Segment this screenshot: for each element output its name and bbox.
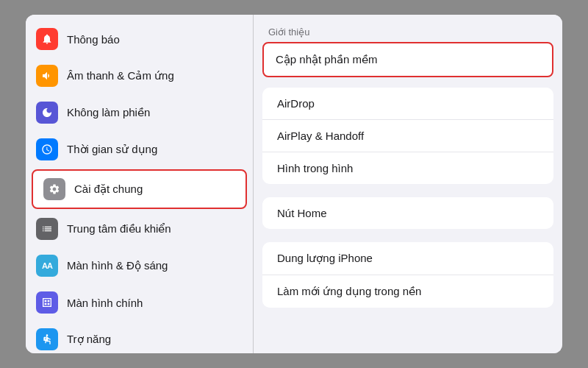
sidebar-item-cai-dat-chung[interactable]: Cài đặt chung <box>32 169 247 209</box>
right-panel: Giới thiệu Cập nhật phần mềm AirDrop Air… <box>254 15 562 353</box>
sidebar-item-tro-nang[interactable]: Trợ năng <box>26 321 253 353</box>
airdrop-item[interactable]: AirDrop <box>262 88 553 120</box>
airdrop-group: AirDrop AirPlay & Handoff Hình trong hìn… <box>262 88 553 184</box>
hinh-trong-hinh-item[interactable]: Hình trong hình <box>262 152 553 184</box>
trung-tam-icon <box>36 218 58 240</box>
sidebar-item-thoi-gian[interactable]: Thời gian sử dụng <box>26 131 253 168</box>
lam-moi-label: Làm mới ứng dụng trong nền <box>277 285 421 297</box>
tro-nang-label: Trợ năng <box>67 333 111 346</box>
cap-nhat-phan-mem-label: Cập nhật phần mềm <box>276 53 378 66</box>
man-hinh-chinh-label: Màn hình chính <box>67 297 143 309</box>
sidebar-item-am-thanh[interactable]: Âm thanh & Cảm ứng <box>26 57 253 94</box>
man-hinh-do-sang-icon: AA <box>36 255 58 277</box>
section-header-gioi-thieu: Giới thiệu <box>254 15 562 42</box>
am-thanh-label: Âm thanh & Cảm ứng <box>67 69 174 82</box>
man-hinh-chinh-icon <box>36 291 58 314</box>
cap-nhat-phan-mem[interactable]: Cập nhật phần mềm <box>262 42 553 77</box>
sidebar-item-man-hinh-do-sang[interactable]: AA Màn hình & Độ sáng <box>26 247 253 284</box>
dung-luong-group: Dung lượng iPhone Làm mới ứng dụng trong… <box>262 242 553 308</box>
trung-tam-label: Trung tâm điều khiển <box>67 222 171 236</box>
airdrop-label: AirDrop <box>277 97 315 110</box>
left-panel: Thông báo Âm thanh & Cảm ứng Không làm p… <box>26 15 254 353</box>
cai-dat-chung-icon <box>43 178 65 200</box>
man-hinh-do-sang-label: Màn hình & Độ sáng <box>67 259 168 272</box>
cai-dat-chung-label: Cài đặt chung <box>74 183 143 196</box>
thoi-gian-icon <box>36 138 58 160</box>
lam-moi-item[interactable]: Làm mới ứng dụng trong nền <box>262 275 553 308</box>
device-container: Thông báo Âm thanh & Cảm ứng Không làm p… <box>26 15 562 353</box>
sidebar-item-man-hinh-chinh[interactable]: Màn hình chính <box>26 284 253 321</box>
nut-home-group: Nút Home <box>262 197 553 229</box>
khong-lam-phien-label: Không làm phiền <box>67 106 150 119</box>
sidebar-item-trung-tam[interactable]: Trung tâm điều khiển <box>26 210 253 247</box>
airplay-handoff-label: AirPlay & Handoff <box>277 130 364 142</box>
khong-lam-phien-icon <box>36 102 58 124</box>
am-thanh-icon <box>36 65 58 87</box>
airplay-handoff-item[interactable]: AirPlay & Handoff <box>262 120 553 152</box>
thoi-gian-label: Thời gian sử dụng <box>67 143 157 156</box>
nut-home-item[interactable]: Nút Home <box>262 197 553 229</box>
thong-bao-label: Thông báo <box>67 33 120 46</box>
tro-nang-icon <box>36 328 58 350</box>
sidebar-item-thong-bao[interactable]: Thông báo <box>26 21 253 57</box>
nut-home-label: Nút Home <box>277 207 327 219</box>
hinh-trong-hinh-label: Hình trong hình <box>277 162 353 174</box>
dung-luong-iphone-label: Dung lượng iPhone <box>277 252 373 264</box>
sidebar-item-khong-lam-phien[interactable]: Không làm phiền <box>26 94 253 131</box>
thong-bao-icon <box>36 28 58 50</box>
dung-luong-iphone-item[interactable]: Dung lượng iPhone <box>262 242 553 275</box>
